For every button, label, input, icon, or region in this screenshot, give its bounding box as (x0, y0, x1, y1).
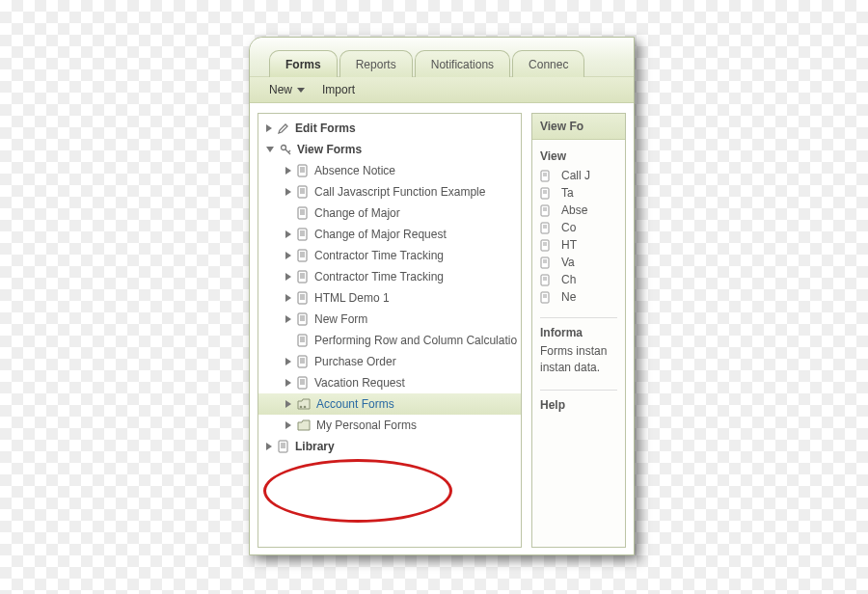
svg-rect-29 (298, 313, 307, 325)
tree-item[interactable]: Vacation Request (258, 372, 521, 393)
tab-connections[interactable]: Connec (512, 50, 584, 77)
document-icon (540, 256, 551, 269)
document-icon (297, 355, 309, 368)
tab-label: Reports (356, 58, 396, 71)
folder-icon (297, 419, 311, 431)
tree-folder-personal-forms[interactable]: My Personal Forms (258, 415, 521, 436)
tree-label: Change of Major (314, 206, 400, 220)
svg-point-0 (282, 146, 286, 150)
app-window: Forms Reports Notifications Connec New I… (249, 37, 635, 555)
import-button[interactable]: Import (322, 83, 355, 96)
tree-item[interactable]: Performing Row and Column Calculatio (258, 330, 521, 351)
tree-panel: Edit Forms View Forms Absence Notice Cal… (258, 113, 522, 548)
tree-label: Performing Row and Column Calculatio (314, 334, 517, 347)
document-icon (297, 291, 309, 305)
tab-bar: Forms Reports Notifications Connec (250, 38, 634, 77)
document-icon (540, 170, 551, 182)
tree-item[interactable]: Purchase Order (258, 351, 521, 372)
tab-label: Forms (285, 58, 321, 71)
tree-item[interactable]: Call Javascript Function Example (258, 181, 521, 202)
expand-icon (285, 188, 291, 196)
list-item[interactable]: HT (540, 236, 617, 254)
tab-forms[interactable]: Forms (269, 50, 338, 77)
list-item[interactable]: Ch (540, 271, 617, 288)
list-item[interactable]: Ta (540, 184, 617, 202)
tree-item[interactable]: New Form (258, 309, 521, 330)
list-item[interactable]: Call J (540, 167, 617, 184)
new-label: New (269, 83, 292, 96)
tab-label: Connec (529, 58, 568, 71)
detail-header: View Fo (532, 114, 625, 140)
document-icon (297, 164, 309, 177)
tree-item[interactable]: Contractor Time Tracking (258, 266, 521, 287)
document-icon (540, 239, 551, 252)
tree-label: Purchase Order (314, 355, 396, 368)
document-icon (540, 222, 551, 234)
tree-label: Contractor Time Tracking (314, 270, 444, 284)
list-item[interactable]: Co (540, 219, 617, 236)
expand-icon (285, 167, 291, 175)
svg-rect-13 (298, 229, 307, 240)
tree-label: Vacation Request (314, 376, 405, 390)
tree-node-library[interactable]: Library (258, 436, 521, 457)
tree-item[interactable]: Absence Notice (258, 160, 521, 181)
tree-label: My Personal Forms (316, 418, 417, 432)
expand-icon (285, 294, 291, 302)
toolbar: New Import (250, 77, 634, 103)
document-icon (297, 206, 309, 220)
document-icon (297, 376, 309, 390)
svg-rect-1 (298, 165, 307, 176)
tab-reports[interactable]: Reports (339, 50, 413, 77)
key-icon (280, 144, 291, 155)
document-icon (297, 270, 309, 284)
views-list: Call J Ta Abse Co HT Va Ch Ne (540, 167, 617, 306)
tree-label: Absence Notice (314, 164, 395, 177)
tree-node-view-forms[interactable]: View Forms (258, 139, 521, 160)
tree-label: Edit Forms (295, 122, 356, 135)
tree-folder-account-forms[interactable]: Account Forms (258, 393, 521, 415)
list-item[interactable]: Ne (540, 288, 617, 306)
tab-notifications[interactable]: Notifications (415, 50, 510, 77)
document-icon (540, 187, 551, 200)
expand-icon (285, 273, 291, 281)
document-icon (297, 228, 309, 241)
document-icon (540, 274, 551, 286)
expand-icon (285, 252, 291, 259)
svg-rect-9 (298, 207, 307, 219)
info-heading: Informa (540, 326, 617, 339)
dropdown-arrow-icon (297, 88, 305, 93)
spacer (285, 337, 291, 344)
tree-item[interactable]: HTML Demo 1 (258, 287, 521, 309)
list-item[interactable]: Abse (540, 202, 617, 219)
expand-icon (266, 443, 272, 450)
document-icon (297, 249, 309, 262)
svg-point-46 (304, 406, 307, 409)
list-item[interactable]: Va (540, 254, 617, 271)
tree-item[interactable]: Change of Major Request (258, 224, 521, 245)
tree-item[interactable]: Contractor Time Tracking (258, 245, 521, 266)
tree-label: Contractor Time Tracking (314, 249, 444, 262)
svg-point-45 (300, 406, 303, 409)
tree-label: View Forms (297, 143, 362, 156)
spacer (285, 209, 291, 217)
svg-rect-25 (298, 292, 307, 304)
svg-rect-17 (298, 250, 307, 261)
new-button[interactable]: New (269, 83, 305, 96)
tree-label: Change of Major Request (314, 228, 447, 241)
shared-folder-icon (297, 398, 311, 410)
collapse-icon (266, 147, 274, 152)
expand-icon (266, 124, 272, 132)
document-icon (540, 291, 551, 304)
tree-label: Account Forms (316, 397, 394, 411)
tree-label: Call Javascript Function Example (314, 185, 485, 199)
svg-rect-37 (298, 356, 307, 367)
tree-item[interactable]: Change of Major (258, 202, 521, 224)
document-icon (297, 334, 309, 347)
tree-node-edit-forms[interactable]: Edit Forms (258, 118, 521, 139)
expand-icon (285, 400, 291, 408)
info-text: Forms instan instan data. (540, 343, 617, 376)
expand-icon (285, 230, 291, 238)
svg-rect-41 (298, 377, 307, 389)
document-icon (278, 440, 289, 453)
expand-icon (285, 421, 291, 429)
